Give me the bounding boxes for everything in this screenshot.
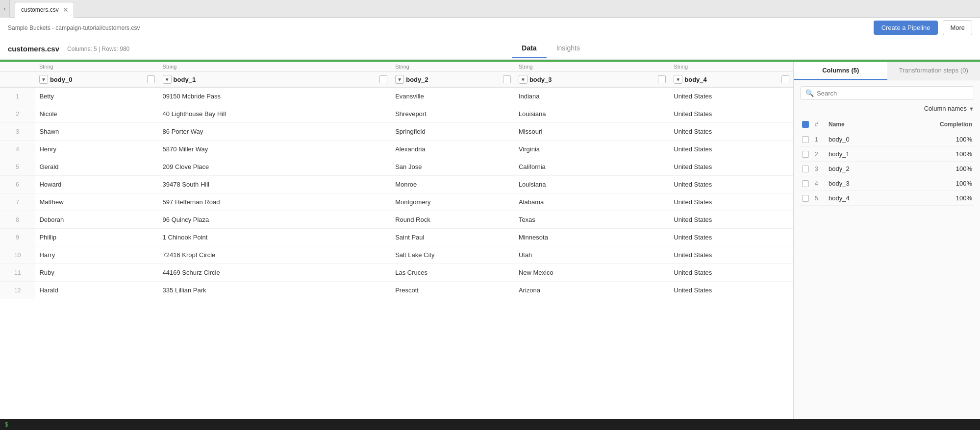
row-num-col-header xyxy=(0,72,35,88)
file-info-bar: customers.csv Columns: 5 | Rows: 980 Dat… xyxy=(0,38,980,60)
col2-header: ▼ body_2 xyxy=(391,72,515,88)
col-checkbox[interactable] xyxy=(802,180,809,187)
cell-body3: Indiana xyxy=(515,87,670,105)
cell-body3: Minnesota xyxy=(515,229,670,246)
col-name-header: Name xyxy=(829,121,936,128)
cell-body4: United States xyxy=(670,282,793,299)
list-item: 5 body_4 100% xyxy=(800,191,974,206)
table-row: 12 Harald 335 Lillian Park Prescott Ariz… xyxy=(0,282,793,299)
cell-body1: 1 Chinook Point xyxy=(159,229,392,246)
tab-insights[interactable]: Insights xyxy=(547,39,590,58)
tab-customers-csv[interactable]: customers.csv ✕ xyxy=(15,2,74,18)
row-num-cell: 11 xyxy=(0,264,35,282)
cell-body1: 72416 Kropf Circle xyxy=(159,246,392,264)
row-num-cell: 2 xyxy=(0,105,35,123)
cell-body2: Salt Lake City xyxy=(391,246,515,264)
col0-select-checkbox[interactable] xyxy=(147,75,155,83)
table-row: 6 Howard 39478 South Hill Monroe Louisia… xyxy=(0,176,793,193)
cell-body4: United States xyxy=(670,193,793,211)
cell-body4: United States xyxy=(670,211,793,229)
type-row: String String String String String xyxy=(0,62,793,72)
col-num-header: # xyxy=(815,121,825,128)
col1-select-checkbox[interactable] xyxy=(379,75,387,83)
col1-header: ▼ body_1 xyxy=(159,72,392,88)
col2-select-checkbox[interactable] xyxy=(503,75,511,83)
cell-body4: United States xyxy=(670,176,793,193)
col-checkbox[interactable] xyxy=(802,166,809,172)
cell-body3: Louisiana xyxy=(515,105,670,123)
cell-body4: United States xyxy=(670,105,793,123)
cell-body0: Harald xyxy=(35,282,159,299)
cell-body1: 44169 Schurz Circle xyxy=(159,264,392,282)
table-body: 1 Betty 09150 Mcbride Pass Evansville In… xyxy=(0,87,793,299)
col-checkbox[interactable] xyxy=(802,151,809,158)
cell-body0: Shawn xyxy=(35,123,159,141)
col0-dropdown-button[interactable]: ▼ xyxy=(39,75,48,84)
list-item: 3 body_2 100% xyxy=(800,162,974,176)
status-bar-text: $ xyxy=(5,421,8,428)
cell-body2: Springfield xyxy=(391,123,515,141)
col-num: 2 xyxy=(815,151,825,158)
tab-close-button[interactable]: ✕ xyxy=(63,6,69,13)
col3-select-checkbox[interactable] xyxy=(658,75,666,83)
cell-body2: San Jose xyxy=(391,158,515,176)
columns-list: 1 body_0 100% 2 body_1 100% 3 body_2 100… xyxy=(800,132,974,206)
col4-dropdown-button[interactable]: ▼ xyxy=(674,75,682,84)
table-area[interactable]: String String String String String ▼ bod… xyxy=(0,62,794,419)
col0-type: String xyxy=(35,62,159,72)
cell-body3: Alabama xyxy=(515,193,670,211)
col-checkbox[interactable] xyxy=(802,136,809,143)
cell-body0: Henry xyxy=(35,141,159,158)
col-num: 3 xyxy=(815,166,825,172)
table-row: 5 Gerald 209 Clove Place San Jose Califo… xyxy=(0,158,793,176)
sidebar-collapse-button[interactable]: › xyxy=(0,0,10,18)
row-num-cell: 8 xyxy=(0,211,35,229)
more-button[interactable]: More xyxy=(943,20,972,35)
col0-header: ▼ body_0 xyxy=(35,72,159,88)
cell-body0: Harry xyxy=(35,246,159,264)
cell-body0: Ruby xyxy=(35,264,159,282)
cell-body4: United States xyxy=(670,158,793,176)
col-checkbox[interactable] xyxy=(802,195,809,202)
select-all-checkbox[interactable] xyxy=(802,121,809,128)
cell-body4: United States xyxy=(670,264,793,282)
right-panel-tab-columns[interactable]: Columns (5) xyxy=(794,62,887,80)
table-row: 11 Ruby 44169 Schurz Circle Las Cruces N… xyxy=(0,264,793,282)
cell-body3: Louisiana xyxy=(515,176,670,193)
col3-type: String xyxy=(515,62,670,72)
row-num-cell: 6 xyxy=(0,176,35,193)
col2-dropdown-button[interactable]: ▼ xyxy=(395,75,404,84)
right-panel-tab-transformation[interactable]: Transformation steps (0) xyxy=(887,62,980,80)
col4-select-checkbox[interactable] xyxy=(781,75,789,83)
right-panel-body: 🔍 Column names ▼ # Name Completion 1 xyxy=(794,80,980,419)
tab-data[interactable]: Data xyxy=(512,39,546,58)
columns-list-header: # Name Completion xyxy=(800,118,974,131)
col-names-label: Column names xyxy=(924,105,967,112)
col-name: body_3 xyxy=(829,180,952,187)
col1-dropdown-button[interactable]: ▼ xyxy=(163,75,172,84)
row-num-type-header xyxy=(0,62,35,72)
cell-body3: Virginia xyxy=(515,141,670,158)
table-row: 4 Henry 5870 Miller Way Alexandria Virgi… xyxy=(0,141,793,158)
cell-body0: Nicole xyxy=(35,105,159,123)
cell-body4: United States xyxy=(670,246,793,264)
main-content: String String String String String ▼ bod… xyxy=(0,62,980,419)
col3-dropdown-button[interactable]: ▼ xyxy=(519,75,528,84)
cell-body1: 335 Lillian Park xyxy=(159,282,392,299)
search-icon: 🔍 xyxy=(805,89,814,97)
cell-body3: Utah xyxy=(515,246,670,264)
col-num: 5 xyxy=(815,195,825,202)
row-num-cell: 3 xyxy=(0,123,35,141)
table-row: 2 Nicole 40 Lighthouse Bay Hill Shrevepo… xyxy=(0,105,793,123)
col-names-dropdown[interactable]: Column names ▼ xyxy=(800,105,974,112)
cell-body4: United States xyxy=(670,229,793,246)
col-name: body_0 xyxy=(829,136,952,143)
search-input[interactable] xyxy=(817,90,969,97)
row-num-cell: 7 xyxy=(0,193,35,211)
create-pipeline-button[interactable]: Create a Pipeline xyxy=(874,21,938,35)
cell-body1: 96 Quincy Plaza xyxy=(159,211,392,229)
toolbar-path: Sample Buckets - campaign-tutorial/custo… xyxy=(8,24,868,31)
cell-body3: Arizona xyxy=(515,282,670,299)
file-meta: Columns: 5 | Rows: 980 xyxy=(67,46,129,52)
col-completion: 100% xyxy=(956,150,972,158)
